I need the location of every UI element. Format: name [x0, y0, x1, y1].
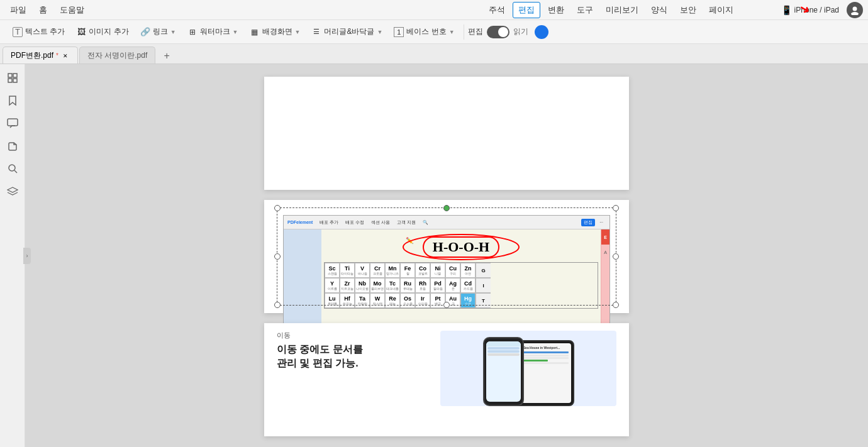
pt-cell-cut-2: I	[476, 278, 491, 293]
tab-pdf-convert-close[interactable]: ✕	[61, 52, 70, 60]
pt-cell-V: V바나듐	[355, 263, 370, 278]
pt-cell-Os: Os오스뮴	[400, 293, 415, 308]
menu-security[interactable]: 보안	[675, 3, 701, 18]
pt-cell-Zn: Zn아연	[460, 263, 476, 278]
edit-toggle: 편집 읽기	[468, 26, 528, 38]
svg-point-7	[9, 165, 15, 171]
topbar-btn-search[interactable]: 🔍	[420, 219, 431, 226]
page3-heading: 이동 중에도 문서를 관리 및 편집 가능.	[277, 343, 428, 371]
pt-row-1: Sc스캔듐 Ti타이타늄 V바나듐 Cr크로뮴 Mn망가니즈 Fe철 Co코발트…	[325, 263, 598, 278]
profile-circle[interactable]	[535, 25, 548, 39]
topbar-btn-support[interactable]: 고객 지원	[394, 219, 418, 226]
pdfelement-logo: PDFelement	[287, 220, 313, 224]
pt-cell-Zr: Zr지르코늄	[340, 278, 355, 293]
header-footer-button[interactable]: ☰ 머리글&바닥글 ▼	[306, 24, 387, 40]
text-add-icon: T	[13, 27, 23, 37]
header-footer-dropdown-icon: ▼	[377, 29, 382, 35]
tab-add-button[interactable]: +	[159, 48, 174, 63]
sidebar-collapse-arrow[interactable]: ›	[23, 248, 31, 264]
text-add-button[interactable]: T 텍스트 추가	[8, 24, 70, 40]
pt-cell-Fe: Fe철	[400, 263, 415, 278]
link-icon: 🔗	[140, 27, 150, 37]
menu-form[interactable]: 양식	[646, 3, 672, 18]
left-sidebar: ›	[0, 64, 25, 447]
pt-cell-Hg: Hg수은	[460, 293, 476, 308]
handle-mr[interactable]	[613, 253, 619, 260]
menu-page[interactable]: 페이지	[704, 3, 738, 18]
watermark-dropdown-icon: ▼	[233, 29, 238, 35]
background-button[interactable]: ▦ 배경화면 ▼	[245, 24, 306, 40]
pt-cell-Cd: Cd카드뮴	[460, 278, 476, 293]
periodic-table: Sc스캔듐 Ti타이타늄 V바나듐 Cr크로뮴 Mn망가니즈 Fe철 Co코발트…	[324, 262, 598, 309]
topbar-btn-edit[interactable]: 편집	[581, 219, 595, 226]
pt-cell-Co: Co코발트	[415, 263, 430, 278]
page3-text-area: 이동 이동 중에도 문서를 관리 및 편집 가능.	[277, 331, 428, 406]
sidebar-comments-icon[interactable]	[4, 114, 21, 132]
menu-annotate[interactable]: 주석	[484, 3, 510, 18]
sidebar-bookmark-icon[interactable]	[4, 92, 21, 109]
pt-cell-Sc: Sc스캔듐	[325, 263, 340, 278]
watermark-icon: ⊞	[187, 27, 198, 37]
pt-cell-Nb: Nb나이오뷤	[355, 278, 370, 293]
svg-point-1	[851, 12, 859, 15]
svg-point-0	[853, 6, 857, 11]
pt-cell-Mo: Mo몰리브덴	[370, 278, 385, 293]
pdf-page-1	[264, 77, 629, 190]
main-layout: › PDFelement 배포 추가	[0, 64, 868, 447]
menu-help[interactable]: 도움말	[55, 3, 89, 18]
pt-cell-Pt: Pt백금	[430, 293, 445, 308]
topbar-btn-distribute-add[interactable]: 배포 추가	[317, 219, 341, 226]
svg-rect-5	[13, 79, 17, 82]
sidebar-pages-icon[interactable]	[4, 69, 21, 87]
pt-cell-Re: Re레늄	[385, 293, 400, 308]
background-icon: ▦	[250, 27, 260, 37]
topbar-btn-misc[interactable]: ···	[597, 219, 606, 225]
menu-convert[interactable]: 변환	[543, 3, 569, 18]
pt-cell-Ti: Ti타이타늄	[340, 263, 355, 278]
topbar-btn-section[interactable]: 섹션 사용	[369, 219, 392, 226]
sidebar-attachments-icon[interactable]	[4, 137, 21, 155]
pt-cell-Ta: Ta탄탈럼	[355, 293, 370, 308]
pt-cell-Hf: Hf하프늄	[340, 293, 355, 308]
handle-ml[interactable]	[274, 253, 281, 260]
tab-pdf-convert-label: PDF변환.pdf	[11, 50, 53, 61]
bates-number-button[interactable]: 1 베이스 번호 ▼	[389, 24, 459, 40]
menu-preview[interactable]: 미리보기	[601, 3, 643, 18]
toolbar-separator	[464, 25, 464, 40]
page3-small-label: 이동	[277, 331, 428, 340]
tab-esignature[interactable]: 전자 서명이란.pdf	[79, 47, 155, 63]
link-dropdown-icon: ▼	[170, 29, 176, 35]
user-avatar[interactable]	[847, 2, 863, 18]
sidebar-search-icon[interactable]	[4, 160, 21, 177]
tablet-screen-bar5	[517, 362, 569, 364]
tablet-screen-bar1	[517, 351, 569, 353]
handle-tr[interactable]	[613, 205, 619, 211]
pt-cell-Cu: Cu구리	[445, 263, 460, 278]
page2-topbar: PDFelement 배포 추가 배포 수정 섹션 사용 고객 지원 🔍 편집 …	[284, 216, 609, 229]
tab-pdf-convert[interactable]: PDF변환.pdf * ✕	[3, 47, 78, 63]
pdf-page-2: PDFelement 배포 추가 배포 수정 섹션 사용 고객 지원 🔍 편집 …	[264, 200, 629, 313]
svg-rect-4	[8, 79, 12, 82]
link-button[interactable]: 🔗 링크 ▼	[135, 24, 181, 40]
handle-tl[interactable]	[274, 205, 281, 211]
menu-edit[interactable]: 편집	[513, 2, 540, 18]
svg-point-9	[403, 235, 519, 260]
menu-file[interactable]: 파일	[5, 3, 31, 18]
background-dropdown-icon: ▼	[295, 29, 301, 35]
pt-cell-Y: Y이트륨	[325, 278, 340, 293]
handle-tc[interactable]	[443, 205, 450, 211]
pt-row-3: Lu루테튬 Hf하프늄 Ta탄탈럼 W텅스텐 Re레늄 Os오스뮴 Ir이리듐 …	[325, 293, 598, 308]
menu-tools[interactable]: 도구	[572, 3, 598, 18]
handle-bl[interactable]	[274, 302, 281, 308]
sidebar-layers-icon[interactable]	[4, 182, 21, 200]
pt-cell-W: W텅스텐	[370, 293, 385, 308]
image-add-button[interactable]: 🖼 이미지 추가	[71, 24, 133, 40]
menu-home[interactable]: 홈	[34, 3, 52, 18]
image-add-icon: 🖼	[76, 27, 86, 37]
topbar-btn-distribute-edit[interactable]: 배포 수정	[343, 219, 367, 226]
watermark-button[interactable]: ⊞ 워터마크 ▼	[182, 24, 243, 40]
svg-rect-3	[13, 74, 17, 77]
toggle-switch[interactable]	[487, 26, 509, 38]
tablet-screen-bar2	[517, 355, 569, 356]
handle-br[interactable]	[613, 302, 619, 308]
